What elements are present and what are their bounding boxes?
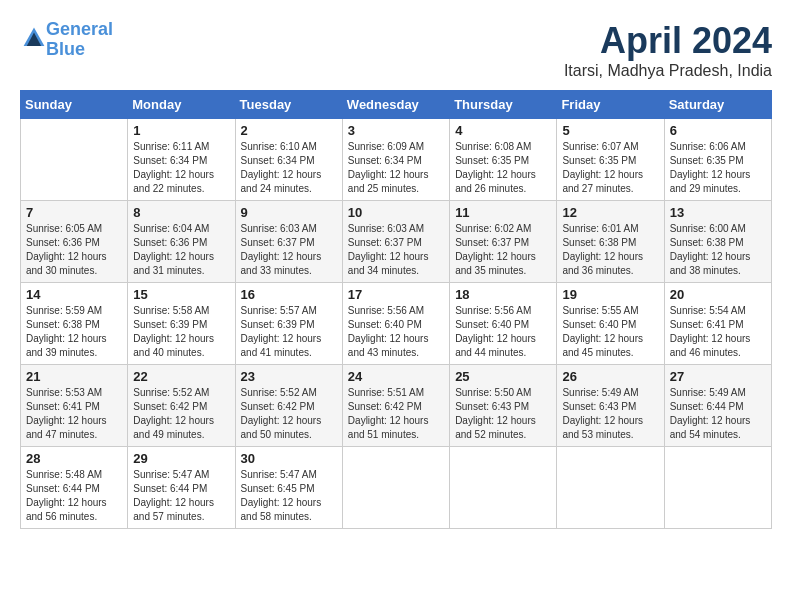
day-info: Sunrise: 5:49 AM Sunset: 6:44 PM Dayligh…	[670, 386, 766, 442]
calendar-cell: 26Sunrise: 5:49 AM Sunset: 6:43 PM Dayli…	[557, 365, 664, 447]
day-info: Sunrise: 5:56 AM Sunset: 6:40 PM Dayligh…	[455, 304, 551, 360]
column-header-wednesday: Wednesday	[342, 91, 449, 119]
calendar-cell: 24Sunrise: 5:51 AM Sunset: 6:42 PM Dayli…	[342, 365, 449, 447]
calendar-cell	[21, 119, 128, 201]
calendar-cell: 20Sunrise: 5:54 AM Sunset: 6:41 PM Dayli…	[664, 283, 771, 365]
calendar-table: SundayMondayTuesdayWednesdayThursdayFrid…	[20, 90, 772, 529]
day-info: Sunrise: 6:03 AM Sunset: 6:37 PM Dayligh…	[241, 222, 337, 278]
day-number: 1	[133, 123, 229, 138]
logo-general: General	[46, 19, 113, 39]
calendar-cell: 1Sunrise: 6:11 AM Sunset: 6:34 PM Daylig…	[128, 119, 235, 201]
day-number: 3	[348, 123, 444, 138]
day-number: 24	[348, 369, 444, 384]
calendar-cell: 16Sunrise: 5:57 AM Sunset: 6:39 PM Dayli…	[235, 283, 342, 365]
calendar-cell: 9Sunrise: 6:03 AM Sunset: 6:37 PM Daylig…	[235, 201, 342, 283]
calendar-cell: 22Sunrise: 5:52 AM Sunset: 6:42 PM Dayli…	[128, 365, 235, 447]
day-info: Sunrise: 5:54 AM Sunset: 6:41 PM Dayligh…	[670, 304, 766, 360]
day-number: 19	[562, 287, 658, 302]
calendar-cell: 11Sunrise: 6:02 AM Sunset: 6:37 PM Dayli…	[450, 201, 557, 283]
day-info: Sunrise: 5:48 AM Sunset: 6:44 PM Dayligh…	[26, 468, 122, 524]
calendar-cell	[664, 447, 771, 529]
day-info: Sunrise: 6:03 AM Sunset: 6:37 PM Dayligh…	[348, 222, 444, 278]
logo-blue: Blue	[46, 39, 85, 59]
day-info: Sunrise: 6:08 AM Sunset: 6:35 PM Dayligh…	[455, 140, 551, 196]
day-number: 2	[241, 123, 337, 138]
calendar-cell: 18Sunrise: 5:56 AM Sunset: 6:40 PM Dayli…	[450, 283, 557, 365]
calendar-cell: 14Sunrise: 5:59 AM Sunset: 6:38 PM Dayli…	[21, 283, 128, 365]
calendar-cell: 13Sunrise: 6:00 AM Sunset: 6:38 PM Dayli…	[664, 201, 771, 283]
location-subtitle: Itarsi, Madhya Pradesh, India	[564, 62, 772, 80]
calendar-cell: 10Sunrise: 6:03 AM Sunset: 6:37 PM Dayli…	[342, 201, 449, 283]
day-number: 17	[348, 287, 444, 302]
day-info: Sunrise: 6:06 AM Sunset: 6:35 PM Dayligh…	[670, 140, 766, 196]
day-number: 27	[670, 369, 766, 384]
day-number: 15	[133, 287, 229, 302]
calendar-cell: 3Sunrise: 6:09 AM Sunset: 6:34 PM Daylig…	[342, 119, 449, 201]
day-info: Sunrise: 5:52 AM Sunset: 6:42 PM Dayligh…	[133, 386, 229, 442]
day-info: Sunrise: 6:02 AM Sunset: 6:37 PM Dayligh…	[455, 222, 551, 278]
column-header-sunday: Sunday	[21, 91, 128, 119]
day-number: 10	[348, 205, 444, 220]
day-info: Sunrise: 6:11 AM Sunset: 6:34 PM Dayligh…	[133, 140, 229, 196]
logo-icon	[22, 26, 46, 50]
calendar-cell: 21Sunrise: 5:53 AM Sunset: 6:41 PM Dayli…	[21, 365, 128, 447]
day-number: 26	[562, 369, 658, 384]
day-info: Sunrise: 5:55 AM Sunset: 6:40 PM Dayligh…	[562, 304, 658, 360]
page-header: General Blue April 2024 Itarsi, Madhya P…	[20, 20, 772, 80]
calendar-cell: 19Sunrise: 5:55 AM Sunset: 6:40 PM Dayli…	[557, 283, 664, 365]
day-number: 20	[670, 287, 766, 302]
column-header-thursday: Thursday	[450, 91, 557, 119]
logo-text: General Blue	[46, 20, 113, 60]
day-info: Sunrise: 5:53 AM Sunset: 6:41 PM Dayligh…	[26, 386, 122, 442]
calendar-cell: 8Sunrise: 6:04 AM Sunset: 6:36 PM Daylig…	[128, 201, 235, 283]
column-header-tuesday: Tuesday	[235, 91, 342, 119]
day-number: 28	[26, 451, 122, 466]
day-info: Sunrise: 5:47 AM Sunset: 6:44 PM Dayligh…	[133, 468, 229, 524]
day-info: Sunrise: 6:01 AM Sunset: 6:38 PM Dayligh…	[562, 222, 658, 278]
calendar-cell: 12Sunrise: 6:01 AM Sunset: 6:38 PM Dayli…	[557, 201, 664, 283]
day-number: 7	[26, 205, 122, 220]
calendar-cell: 6Sunrise: 6:06 AM Sunset: 6:35 PM Daylig…	[664, 119, 771, 201]
calendar-header-row: SundayMondayTuesdayWednesdayThursdayFrid…	[21, 91, 772, 119]
day-info: Sunrise: 6:05 AM Sunset: 6:36 PM Dayligh…	[26, 222, 122, 278]
day-info: Sunrise: 5:49 AM Sunset: 6:43 PM Dayligh…	[562, 386, 658, 442]
day-number: 30	[241, 451, 337, 466]
calendar-cell	[342, 447, 449, 529]
column-header-friday: Friday	[557, 91, 664, 119]
day-info: Sunrise: 5:59 AM Sunset: 6:38 PM Dayligh…	[26, 304, 122, 360]
day-info: Sunrise: 6:10 AM Sunset: 6:34 PM Dayligh…	[241, 140, 337, 196]
day-info: Sunrise: 5:50 AM Sunset: 6:43 PM Dayligh…	[455, 386, 551, 442]
title-area: April 2024 Itarsi, Madhya Pradesh, India	[564, 20, 772, 80]
day-info: Sunrise: 5:47 AM Sunset: 6:45 PM Dayligh…	[241, 468, 337, 524]
day-info: Sunrise: 6:00 AM Sunset: 6:38 PM Dayligh…	[670, 222, 766, 278]
day-info: Sunrise: 6:04 AM Sunset: 6:36 PM Dayligh…	[133, 222, 229, 278]
day-number: 29	[133, 451, 229, 466]
logo: General Blue	[20, 20, 113, 60]
column-header-monday: Monday	[128, 91, 235, 119]
calendar-cell: 17Sunrise: 5:56 AM Sunset: 6:40 PM Dayli…	[342, 283, 449, 365]
calendar-week-row: 14Sunrise: 5:59 AM Sunset: 6:38 PM Dayli…	[21, 283, 772, 365]
day-number: 6	[670, 123, 766, 138]
calendar-week-row: 28Sunrise: 5:48 AM Sunset: 6:44 PM Dayli…	[21, 447, 772, 529]
calendar-cell	[450, 447, 557, 529]
day-number: 25	[455, 369, 551, 384]
month-year-title: April 2024	[564, 20, 772, 62]
day-number: 13	[670, 205, 766, 220]
day-number: 12	[562, 205, 658, 220]
calendar-cell: 28Sunrise: 5:48 AM Sunset: 6:44 PM Dayli…	[21, 447, 128, 529]
day-number: 16	[241, 287, 337, 302]
calendar-cell: 27Sunrise: 5:49 AM Sunset: 6:44 PM Dayli…	[664, 365, 771, 447]
calendar-cell: 15Sunrise: 5:58 AM Sunset: 6:39 PM Dayli…	[128, 283, 235, 365]
day-info: Sunrise: 5:56 AM Sunset: 6:40 PM Dayligh…	[348, 304, 444, 360]
calendar-cell: 7Sunrise: 6:05 AM Sunset: 6:36 PM Daylig…	[21, 201, 128, 283]
calendar-cell: 5Sunrise: 6:07 AM Sunset: 6:35 PM Daylig…	[557, 119, 664, 201]
calendar-week-row: 21Sunrise: 5:53 AM Sunset: 6:41 PM Dayli…	[21, 365, 772, 447]
day-info: Sunrise: 5:57 AM Sunset: 6:39 PM Dayligh…	[241, 304, 337, 360]
day-number: 21	[26, 369, 122, 384]
day-info: Sunrise: 5:52 AM Sunset: 6:42 PM Dayligh…	[241, 386, 337, 442]
calendar-cell: 25Sunrise: 5:50 AM Sunset: 6:43 PM Dayli…	[450, 365, 557, 447]
calendar-cell: 30Sunrise: 5:47 AM Sunset: 6:45 PM Dayli…	[235, 447, 342, 529]
calendar-week-row: 1Sunrise: 6:11 AM Sunset: 6:34 PM Daylig…	[21, 119, 772, 201]
day-number: 11	[455, 205, 551, 220]
day-info: Sunrise: 6:07 AM Sunset: 6:35 PM Dayligh…	[562, 140, 658, 196]
